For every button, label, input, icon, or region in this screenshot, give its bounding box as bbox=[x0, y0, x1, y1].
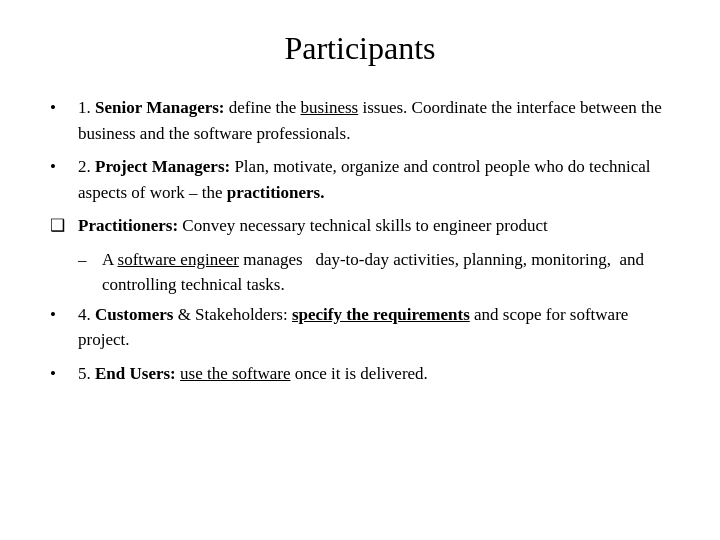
sub-marker: – bbox=[78, 247, 102, 273]
text-segment: Convey necessary technical skills to eng… bbox=[178, 216, 548, 235]
text-segment: 5. bbox=[78, 364, 95, 383]
content-area: • 1. Senior Managers: define the busines… bbox=[50, 95, 670, 510]
bullet-text: 5. End Users: use the software once it i… bbox=[78, 361, 670, 387]
checkbox-marker: ❑ bbox=[50, 213, 78, 239]
bullet-text: 2. Project Managers: Plan, motivate, org… bbox=[78, 154, 670, 205]
text-segment: Customers bbox=[95, 305, 173, 324]
list-item: ❑ Practitioners: Convey necessary techni… bbox=[50, 213, 670, 239]
bullet-text: Practitioners: Convey necessary technica… bbox=[78, 213, 670, 239]
bullet-marker: • bbox=[50, 95, 78, 121]
text-segment: 2. bbox=[78, 157, 95, 176]
slide: Participants • 1. Senior Managers: defin… bbox=[0, 0, 720, 540]
text-segment: use the software bbox=[180, 364, 290, 383]
text-segment: Senior Managers: bbox=[95, 98, 225, 117]
text-segment: software engineer bbox=[118, 250, 239, 269]
text-segment: practitioners. bbox=[227, 183, 325, 202]
text-segment: 4. bbox=[78, 305, 95, 324]
bullet-marker: • bbox=[50, 154, 78, 180]
bullet-marker: • bbox=[50, 302, 78, 328]
list-item: – A software engineer manages day-to-day… bbox=[78, 247, 670, 298]
bullet-text: 4. Customers & Stakeholders: specify the… bbox=[78, 302, 670, 353]
text-segment: specify the requirements bbox=[292, 305, 470, 324]
text-segment: once it is delivered. bbox=[290, 364, 427, 383]
sub-text: A software engineer manages day-to-day a… bbox=[102, 247, 670, 298]
list-item: • 2. Project Managers: Plan, motivate, o… bbox=[50, 154, 670, 205]
bullet-marker: • bbox=[50, 361, 78, 387]
text-segment: A bbox=[102, 250, 118, 269]
text-segment: Project Managers: bbox=[95, 157, 230, 176]
list-item: • 4. Customers & Stakeholders: specify t… bbox=[50, 302, 670, 353]
text-segment: End Users: bbox=[95, 364, 176, 383]
list-item: • 1. Senior Managers: define the busines… bbox=[50, 95, 670, 146]
list-item: • 5. End Users: use the software once it… bbox=[50, 361, 670, 387]
bullet-text: 1. Senior Managers: define the business … bbox=[78, 95, 670, 146]
text-segment: 1. bbox=[78, 98, 95, 117]
text-segment: Practitioners: bbox=[78, 216, 178, 235]
slide-title: Participants bbox=[50, 30, 670, 67]
text-segment: business bbox=[301, 98, 359, 117]
text-segment: define the bbox=[225, 98, 301, 117]
text-segment: & Stakeholders: bbox=[173, 305, 292, 324]
